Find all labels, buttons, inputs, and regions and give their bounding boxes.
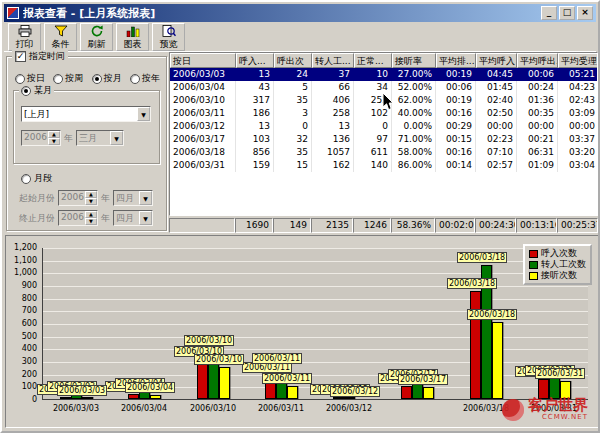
end-month-select[interactable]: 四月 ▼ — [113, 210, 153, 226]
month-select[interactable]: 三月 ▼ — [76, 130, 124, 146]
table-cell: 162 — [312, 159, 354, 172]
table-cell: 2006/03/18 — [170, 146, 236, 159]
bar-date-label: 2006/03/18 — [447, 278, 497, 289]
printer-icon — [18, 25, 32, 39]
period-radio-2[interactable]: 按月 — [92, 72, 122, 85]
summary-cell: 149 — [273, 218, 311, 233]
spin-down-icon[interactable]: ▼ — [48, 138, 60, 145]
dropdown-arrow-icon[interactable]: ▼ — [139, 211, 152, 225]
table-cell: 02:23 — [476, 133, 517, 146]
spin-down-icon[interactable]: ▼ — [85, 198, 97, 205]
spin-up-icon[interactable]: ▲ — [85, 191, 97, 198]
table-row[interactable]: 2006/03/1885635105761158.00%00:1607:1006… — [170, 146, 597, 159]
toolbar: 打印条件刷新图表预览 — [4, 22, 596, 52]
x-tick-label: 2006/03/11 — [247, 404, 315, 413]
table-cell: 00:29 — [436, 120, 476, 133]
table-row[interactable]: 2006/03/17103321369771.00%00:1502:2300:2… — [170, 133, 597, 146]
end-year-spinner[interactable]: 2006 ▲ ▼ — [58, 210, 98, 226]
column-header[interactable]: 呼出次 — [274, 53, 312, 68]
table-cell: 07:10 — [476, 146, 517, 159]
table-cell: 00:16 — [436, 107, 476, 120]
table-cell: 00:19 — [436, 94, 476, 107]
dropdown-arrow-icon[interactable]: ▼ — [110, 131, 123, 145]
specify-time-caption: ✓ 指定时间 — [12, 50, 68, 62]
close-button[interactable]: × — [577, 6, 593, 20]
table-cell: 02:40 — [476, 94, 517, 107]
table-cell: 27.00% — [392, 68, 436, 81]
month-preset-value: [上月] — [22, 107, 137, 121]
start-month-select[interactable]: 四月 ▼ — [113, 190, 153, 206]
radio-icon — [92, 74, 102, 84]
minimize-button[interactable]: _ — [541, 6, 557, 20]
chart-legend: 呼入次数转人工次数接听次数 — [523, 244, 592, 285]
table-cell: 611 — [354, 146, 392, 159]
bar-series-0 — [197, 359, 208, 399]
year-spinner[interactable]: 2006 ▲ ▼ — [21, 130, 61, 146]
condition-button[interactable]: 条件 — [44, 23, 77, 51]
titlebar[interactable]: 报表查看 - [上月系统报表] _ □ × — [4, 4, 596, 22]
column-header[interactable]: 平均受理 — [558, 53, 598, 68]
dropdown-arrow-icon[interactable]: ▼ — [137, 107, 150, 121]
end-month-row: 终止月份 2006 ▲ ▼ 年 四月 ▼ — [19, 210, 153, 226]
bar-series-2 — [219, 367, 230, 399]
column-header[interactable]: 平均排... — [436, 53, 476, 68]
table-row[interactable]: 2006/03/031324371027.00%00:1904:4500:060… — [170, 68, 597, 81]
table-cell: 35 — [274, 94, 312, 107]
chart-y-axis: 01002003004005006007008009001,0001,1001,… — [6, 248, 39, 408]
table-cell: 58.00% — [392, 146, 436, 159]
spin-up-icon[interactable]: ▲ — [48, 131, 60, 138]
x-tick-label: 2006/03/12 — [315, 404, 383, 413]
column-header[interactable]: 按日 — [170, 53, 236, 68]
preview-button[interactable]: 预览 — [152, 23, 185, 51]
preview-icon — [162, 25, 176, 39]
table-cell: 52.00% — [392, 81, 436, 94]
bar-series-1 — [344, 397, 355, 399]
column-header[interactable]: 平均呼入 — [476, 53, 517, 68]
table-cell: 00:00 — [517, 120, 558, 133]
specify-time-checkbox[interactable]: ✓ — [15, 51, 26, 62]
year-unit-label: 年 — [101, 192, 110, 205]
refresh-button[interactable]: 刷新 — [80, 23, 113, 51]
table-cell: 35 — [274, 146, 312, 159]
some-month-year-row: 2006 ▲ ▼ 年 三月 ▼ — [21, 130, 124, 146]
dropdown-arrow-icon[interactable]: ▼ — [139, 191, 152, 205]
table-cell: 186 — [236, 107, 274, 120]
start-year-value: 2006 — [59, 191, 85, 205]
table-cell: 71.00% — [392, 133, 436, 146]
table-row[interactable]: 2006/03/121301300.00%00:2900:0000:0000:0… — [170, 120, 597, 133]
table-row[interactable]: 2006/03/311591516214086.00%00:1402:5701:… — [170, 159, 597, 172]
x-tick-label: 2006/03/03 — [42, 404, 110, 413]
period-radio-1[interactable]: 按周 — [53, 72, 83, 85]
table-cell: 00:21 — [517, 133, 558, 146]
column-header[interactable]: 正常... — [354, 53, 392, 68]
column-header[interactable]: 平均呼出... — [517, 53, 558, 68]
table-cell: 2006/03/17 — [170, 133, 236, 146]
start-year-spinner[interactable]: 2006 ▲ ▼ — [58, 190, 98, 206]
legend-item: 接听次数 — [529, 270, 586, 281]
spin-down-icon[interactable]: ▼ — [85, 218, 97, 225]
watermark-brand: 客户世界 — [528, 398, 588, 413]
bar-series-2 — [492, 322, 503, 399]
column-header[interactable]: 转人工... — [312, 53, 354, 68]
year-value: 2006 — [22, 131, 48, 145]
spin-up-icon[interactable]: ▲ — [85, 211, 97, 218]
chart-button[interactable]: 图表 — [116, 23, 149, 51]
period-radio-3[interactable]: 按年 — [130, 72, 160, 85]
month-preset-select[interactable]: [上月] ▼ — [21, 106, 151, 122]
maximize-button[interactable]: □ — [559, 6, 575, 20]
end-month-value: 四月 — [114, 211, 139, 225]
bar-date-label: 2006/03/10 — [184, 335, 234, 346]
month-range-radio[interactable]: 月段 — [19, 172, 54, 185]
table-cell: 3 — [274, 107, 312, 120]
column-header[interactable]: 呼入... — [236, 53, 274, 68]
end-year-value: 2006 — [59, 211, 85, 225]
table-cell: 03:04 — [558, 159, 598, 172]
table-cell: 86.00% — [392, 159, 436, 172]
print-button[interactable]: 打印 — [8, 23, 41, 51]
table-cell: 2006/03/12 — [170, 120, 236, 133]
bar-series-2 — [423, 387, 434, 399]
some-month-radio[interactable]: 某月 — [19, 84, 54, 97]
column-header[interactable]: 接听率 — [392, 53, 436, 68]
table-cell: 01:45 — [476, 81, 517, 94]
summary-cell: 2135 — [311, 218, 353, 233]
